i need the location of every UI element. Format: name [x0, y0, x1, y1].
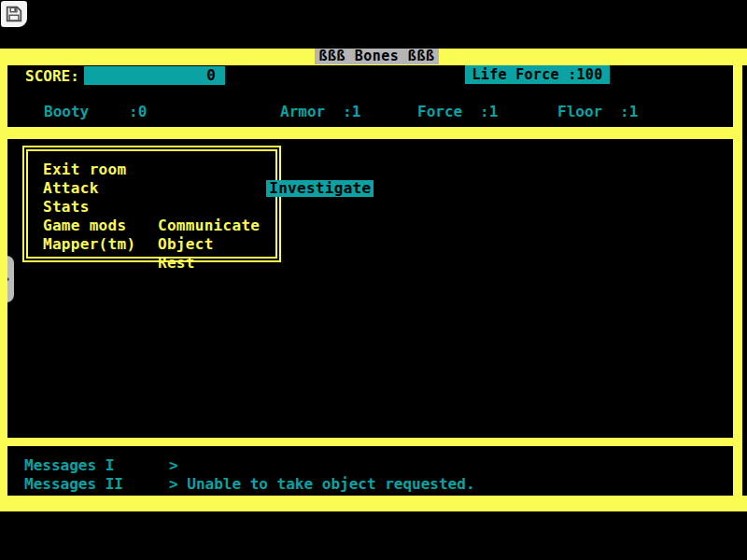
- action-menu: Exit room Attack Stats Game mods Mapper(…: [22, 146, 281, 262]
- stat-booty: Booty :0: [44, 104, 147, 120]
- game-title: ßßß Bones ßßß: [315, 49, 439, 64]
- menu-item-game-mods[interactable]: Game mods: [43, 217, 135, 235]
- menu-item-object[interactable]: Object: [158, 235, 374, 254]
- life-force-badge: Life Force :100: [465, 65, 610, 84]
- action-menu-left-column: Exit room Attack Stats Game mods Mapper(…: [43, 161, 135, 254]
- menu-item-mapper[interactable]: Mapper(tm): [43, 235, 135, 254]
- stat-floor-label: Floor: [557, 104, 620, 120]
- frame-separator-status: [7, 127, 733, 139]
- stat-armor: Armor :1: [280, 104, 360, 120]
- stat-booty-label: Booty: [44, 104, 129, 120]
- menu-item-investigate[interactable]: Investigate: [158, 161, 374, 217]
- stat-armor-value: :1: [343, 104, 360, 120]
- menu-selection-highlight: Investigate: [266, 180, 374, 197]
- action-menu-right-column: Investigate Communicate Object Rest: [158, 161, 374, 273]
- score-label: SCORE:: [25, 67, 79, 85]
- frame-bottom-band: [0, 496, 747, 511]
- stat-booty-value: :0: [129, 104, 147, 120]
- messages-1-label: Messages I: [24, 457, 114, 474]
- floppy-disk-icon: [6, 6, 22, 22]
- stat-force-value: :1: [480, 104, 498, 120]
- menu-item-stats[interactable]: Stats: [43, 198, 135, 217]
- frame-left-border: [0, 65, 7, 496]
- frame-right-border: [733, 65, 742, 496]
- menu-item-exit-room[interactable]: Exit room: [43, 161, 135, 179]
- score-bar: 0: [84, 66, 225, 85]
- action-menu-inner-border: Exit room Attack Stats Game mods Mapper(…: [26, 149, 277, 259]
- messages-1-text: >: [169, 457, 178, 474]
- action-menu-content: Exit room Attack Stats Game mods Mapper(…: [30, 153, 274, 255]
- frame-separator-messages: [7, 438, 733, 446]
- menu-item-rest[interactable]: Rest: [158, 254, 374, 273]
- stat-floor-value: :1: [620, 104, 638, 120]
- messages-2-text: > Unable to take object requested.: [169, 476, 475, 493]
- game-window: › ßßß Bones ßßß SCORE: 0 Life Force :100…: [0, 0, 747, 560]
- menu-item-communicate[interactable]: Communicate: [158, 217, 374, 235]
- stat-force-label: Force: [417, 104, 480, 120]
- messages-2-label: Messages II: [24, 476, 123, 493]
- save-button[interactable]: [1, 1, 27, 27]
- stat-force: Force :1: [417, 104, 498, 120]
- stat-floor: Floor :1: [557, 104, 638, 120]
- menu-item-attack[interactable]: Attack: [43, 179, 135, 198]
- stat-armor-label: Armor: [280, 104, 343, 120]
